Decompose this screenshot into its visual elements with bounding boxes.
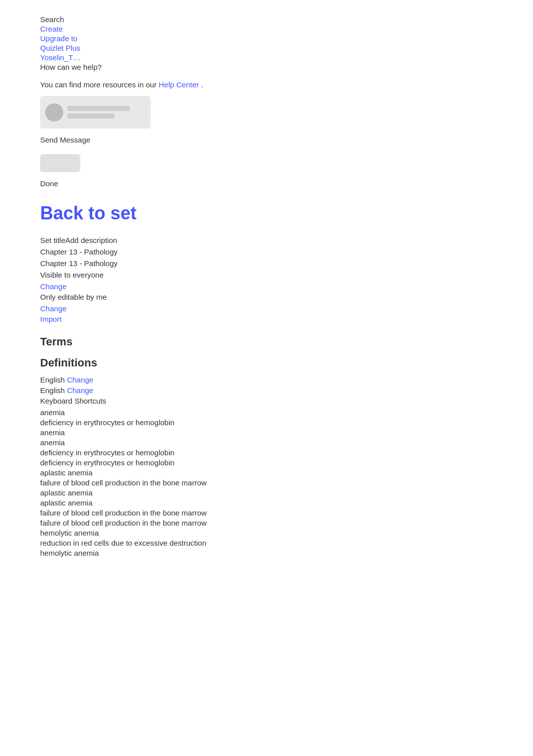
list-item: deficiency in erythrocytes or hemoglobin — [40, 458, 493, 467]
chat-avatar — [45, 103, 63, 121]
resources-prefix: You can find more resources in our — [40, 80, 157, 89]
defs-lang-label: English — [40, 386, 65, 395]
user-nav[interactable]: Yoselin_T… — [40, 53, 493, 62]
list-item: aplastic anemia — [40, 498, 493, 507]
set-title-1: Chapter 13 - Pathology — [40, 247, 493, 256]
terms-list: anemia deficiency in erythrocytes or hem… — [40, 408, 493, 557]
done-text: Done — [40, 179, 493, 188]
back-to-set-link[interactable]: Back to set — [40, 203, 493, 224]
nav-section: Search Create Upgrade to Quizlet Plus Yo… — [40, 15, 493, 71]
create-nav[interactable]: Create — [40, 25, 493, 33]
list-item: anemia — [40, 408, 493, 417]
list-item: reduction in red cells due to excessive … — [40, 539, 493, 547]
list-item: aplastic anemia — [40, 488, 493, 497]
defs-lang-row: English Change — [40, 386, 493, 395]
list-item: failure of blood cell production in the … — [40, 509, 493, 517]
list-item: aplastic anemia — [40, 468, 493, 477]
edit-perm-label: Only editable by me — [40, 293, 493, 301]
search-nav[interactable]: Search — [40, 15, 493, 24]
resources-row: You can find more resources in our Help … — [40, 80, 493, 89]
help-center-link[interactable]: Help Center — [159, 80, 199, 89]
list-item: deficiency in erythrocytes or hemoglobin — [40, 418, 493, 427]
definitions-heading: Definitions — [40, 356, 493, 369]
change-visibility-link[interactable]: Change — [40, 282, 67, 291]
set-title-2: Chapter 13 - Pathology — [40, 259, 493, 268]
quizlet-plus-nav[interactable]: Quizlet Plus — [40, 44, 493, 52]
list-item: anemia — [40, 428, 493, 437]
terms-heading: Terms — [40, 335, 493, 348]
change-terms-lang-link[interactable]: Change — [67, 375, 93, 384]
list-item: anemia — [40, 438, 493, 447]
visibility-label: Visible to everyone — [40, 271, 493, 279]
chat-line-2 — [67, 113, 114, 118]
send-message-label[interactable]: Send Message — [40, 136, 493, 144]
list-item: failure of blood cell production in the … — [40, 519, 493, 527]
change-defs-lang-link[interactable]: Change — [67, 386, 93, 395]
chat-widget — [40, 96, 151, 129]
list-item: hemolytic anemia — [40, 549, 493, 557]
help-question: How can we help? — [40, 63, 493, 71]
resources-period: . — [201, 80, 203, 89]
keyboard-shortcuts-label[interactable]: Keyboard Shortcuts — [40, 397, 493, 405]
terms-lang-label: English — [40, 375, 65, 384]
change-edit-perm-link[interactable]: Change — [40, 304, 67, 313]
chat-lines — [67, 106, 146, 118]
import-link[interactable]: Import — [40, 315, 62, 323]
set-title-add-desc: Set titleAdd description — [40, 236, 493, 244]
list-item: deficiency in erythrocytes or hemoglobin — [40, 448, 493, 457]
list-item: failure of blood cell production in the … — [40, 478, 493, 487]
list-item: hemolytic anemia — [40, 529, 493, 537]
done-button[interactable] — [40, 154, 80, 172]
chat-line-1 — [67, 106, 130, 111]
upgrade-nav[interactable]: Upgrade to — [40, 34, 493, 43]
terms-lang-row: English Change — [40, 375, 493, 384]
